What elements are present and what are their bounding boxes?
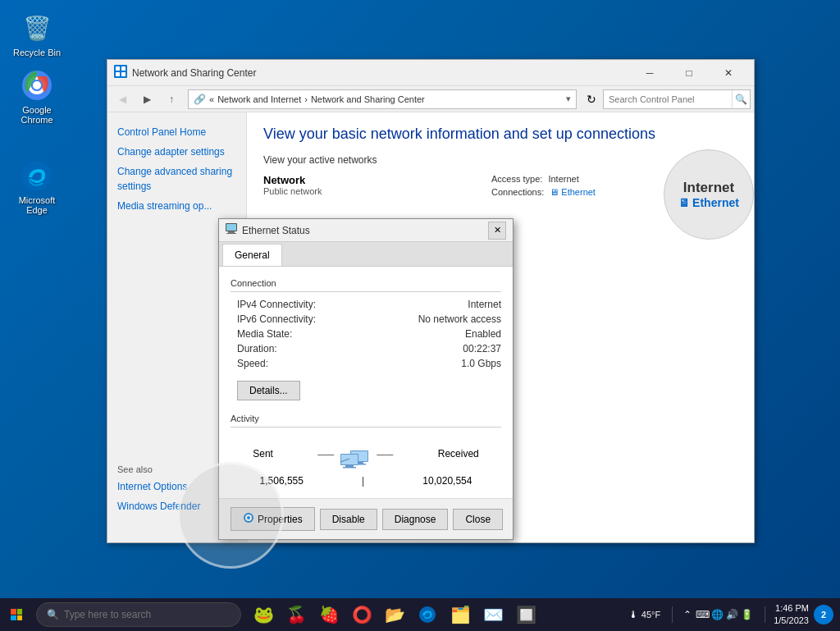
taskbar-search[interactable]: 🔍 [36, 602, 241, 627]
tray-keyboard-icon[interactable]: ⌨ [696, 608, 709, 621]
properties-btn-wrapper: Properties [231, 507, 315, 531]
sidebar-item-change-advanced[interactable]: Change advanced sharing settings [107, 162, 246, 196]
tray-volume-icon[interactable]: 🔊 [725, 608, 738, 621]
breadcrumb-part2: Network and Sharing Center [311, 94, 425, 104]
forward-button[interactable]: ▶ [135, 89, 158, 110]
received-col: Received [438, 448, 479, 460]
sidebar-item-control-panel-home[interactable]: Control Panel Home [107, 122, 246, 142]
sidebar-item-change-adapter[interactable]: Change adapter settings [107, 142, 246, 162]
received-value: 10,020,554 [422, 475, 472, 487]
close-button[interactable]: ✕ [710, 60, 747, 86]
network-computers-icon [334, 436, 377, 472]
taskbar-app-explorer[interactable]: 📂 [379, 599, 410, 630]
maximize-button[interactable]: □ [670, 60, 708, 86]
speed-value: 1.0 Gbps [362, 358, 501, 369]
taskbar-app-circle[interactable]: ⭕ [346, 599, 377, 630]
svg-rect-8 [121, 66, 126, 71]
start-button[interactable] [0, 598, 33, 631]
svg-rect-7 [116, 66, 120, 71]
tray-divider [672, 606, 673, 623]
desktop-icon-edge[interactable]: Microsoft Edge [8, 156, 66, 218]
desktop-icon-recycle-bin[interactable]: 🗑️ Recycle Bin [8, 8, 66, 61]
breadcrumb: 🔗 « Network and Internet › Network and S… [194, 94, 563, 105]
speed-label: Speed: [231, 358, 362, 369]
desktop-icon-chrome[interactable]: Google Chrome [8, 66, 66, 128]
window-titlebar: Network and Sharing Center ─ □ ✕ [107, 60, 754, 86]
taskbar: 🔍 🐸 🍒 🍓 ⭕ 📂 🗂️ ✉️ 🔲 🌡 45°F [0, 598, 840, 631]
minimize-button[interactable]: ─ [631, 60, 669, 86]
properties-button[interactable]: Properties [231, 507, 315, 531]
breadcrumb-icon: 🔗 [194, 94, 206, 105]
address-dropdown-button[interactable]: ▾ [566, 94, 571, 104]
recycle-bin-icon: 🗑️ [21, 11, 53, 44]
svg-point-4 [33, 81, 41, 89]
tab-general[interactable]: General [222, 244, 282, 266]
taskbar-search-input[interactable] [64, 609, 231, 620]
edge-label: Microsoft Edge [11, 195, 62, 215]
refresh-button[interactable]: ↻ [582, 89, 601, 109]
properties-icon [243, 512, 254, 526]
svg-rect-20 [341, 455, 358, 464]
address-bar[interactable]: 🔗 « Network and Internet › Network and S… [188, 89, 577, 109]
recycle-bin-label: Recycle Bin [13, 48, 61, 57]
taskbar-app-cherry[interactable]: 🍒 [281, 599, 312, 630]
active-networks-label: View your active networks [263, 154, 737, 166]
search-control-panel[interactable]: 🔍 [603, 89, 751, 109]
media-state-label: Media State: [231, 328, 362, 340]
tray-weather-icon: 🌡 [627, 608, 640, 621]
up-button[interactable]: ↑ [160, 89, 183, 110]
search-button[interactable]: 🔍 [732, 90, 750, 108]
access-type-value: Internet [548, 174, 578, 184]
diagnose-button[interactable]: Diagnose [382, 509, 449, 530]
tray-network-icon[interactable]: 🌐 [710, 608, 724, 621]
taskbar-app-edge[interactable] [412, 599, 443, 630]
nsc-window-icon [114, 65, 127, 80]
taskbar-app-berry[interactable]: 🍓 [313, 599, 345, 630]
close-dialog-button[interactable]: Close [453, 509, 503, 530]
activity-label: Activity [231, 414, 501, 428]
details-button[interactable]: Details... [237, 381, 300, 400]
network-type: Public network [263, 186, 491, 196]
tray-up-arrow-icon[interactable]: ⌃ [681, 608, 694, 621]
taskbar-right: 🌡 45°F ⌃ ⌨ 🌐 🔊 🔋 1:46 PM 1/5/2023 2 [627, 602, 840, 628]
ipv6-label: IPv6 Connectivity: [231, 313, 362, 325]
taskbar-app-folder[interactable]: 🗂️ [445, 599, 476, 630]
edge-icon [21, 159, 53, 192]
dialog-titlebar: Ethernet Status ✕ [219, 219, 513, 242]
dialog-icon [226, 223, 237, 237]
sidebar-item-media-streaming[interactable]: Media streaming op... [107, 196, 246, 216]
network-info-row: Network Public network Access type: Inte… [263, 174, 737, 197]
svg-rect-10 [121, 72, 126, 76]
svg-point-26 [247, 516, 250, 519]
activity-section: Activity Sent —— [231, 414, 501, 487]
duration-label: Duration: [231, 343, 362, 354]
search-input[interactable] [604, 94, 732, 104]
circle-ethernet-label: 🖥 Ethernet [678, 196, 739, 209]
ipv4-value: Internet [362, 299, 501, 310]
access-type-label: Access type: [491, 174, 542, 184]
back-button[interactable]: ◀ [111, 89, 134, 110]
time-divider [765, 606, 765, 623]
dialog-close-button[interactable]: ✕ [488, 222, 506, 240]
taskbar-time[interactable]: 1:46 PM 1/5/2023 [774, 602, 809, 628]
chrome-icon [21, 69, 53, 102]
ipv4-row: IPv4 Connectivity: Internet [231, 299, 501, 310]
breadcrumb-part1: Network and Internet [217, 94, 301, 104]
chrome-label: Google Chrome [11, 105, 62, 125]
taskbar-app-mail[interactable]: ✉️ [477, 599, 509, 630]
disable-button[interactable]: Disable [320, 509, 377, 530]
activity-values-row: 1,506,555 | 10,020,554 [231, 475, 501, 487]
dialog-footer: Properties Disable Diagnose Close [219, 498, 513, 539]
ipv6-value: No network access [362, 313, 501, 325]
tray-battery-icon[interactable]: 🔋 [740, 608, 753, 621]
window-controls: ─ □ ✕ [631, 60, 747, 86]
ethernet-dialog: Ethernet Status ✕ General Connection IPv… [218, 218, 514, 540]
taskbar-app-widget[interactable]: 🔲 [510, 599, 541, 630]
notification-button[interactable]: 2 [814, 605, 833, 624]
svg-rect-12 [226, 224, 236, 231]
main-title: View your basic network information and … [263, 126, 737, 143]
network-circle: Internet 🖥 Ethernet [664, 149, 754, 240]
time-display: 1:46 PM [774, 602, 809, 615]
dialog-tabs: General [219, 242, 513, 267]
taskbar-app-frog[interactable]: 🐸 [248, 599, 279, 630]
